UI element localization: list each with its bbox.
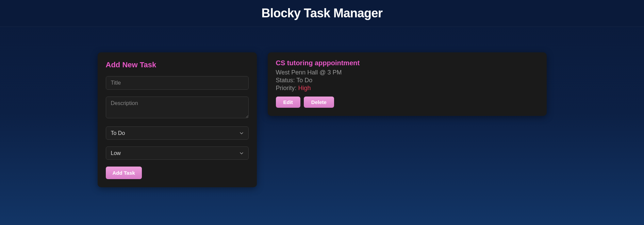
delete-button[interactable]: Delete bbox=[304, 97, 334, 108]
add-task-panel: Add New Task To Do Low Add Task bbox=[98, 52, 257, 187]
task-actions: Edit Delete bbox=[276, 97, 539, 108]
status-select[interactable]: To Do bbox=[106, 126, 249, 140]
edit-button[interactable]: Edit bbox=[276, 97, 300, 108]
main-container: Add New Task To Do Low Add Task CS tutor… bbox=[87, 52, 557, 187]
task-description: West Penn Hall @ 3 PM bbox=[276, 69, 539, 76]
task-priority: Priority: High bbox=[276, 85, 539, 92]
app-header: Blocky Task Manager bbox=[0, 0, 644, 27]
task-status-value: To Do bbox=[296, 77, 312, 84]
task-title: CS tutoring apppointment bbox=[276, 59, 539, 67]
app-title: Blocky Task Manager bbox=[0, 6, 644, 20]
task-status-label: Status: bbox=[276, 77, 297, 84]
add-task-heading: Add New Task bbox=[106, 60, 249, 69]
task-status: Status: To Do bbox=[276, 77, 539, 84]
task-card: CS tutoring apppointment West Penn Hall … bbox=[268, 52, 547, 116]
task-priority-label: Priority: bbox=[276, 85, 298, 91]
task-priority-value: High bbox=[298, 85, 311, 91]
title-input[interactable] bbox=[106, 76, 249, 90]
description-textarea[interactable] bbox=[106, 97, 249, 118]
priority-select[interactable]: Low bbox=[106, 146, 249, 160]
add-task-button[interactable]: Add Task bbox=[106, 167, 142, 179]
